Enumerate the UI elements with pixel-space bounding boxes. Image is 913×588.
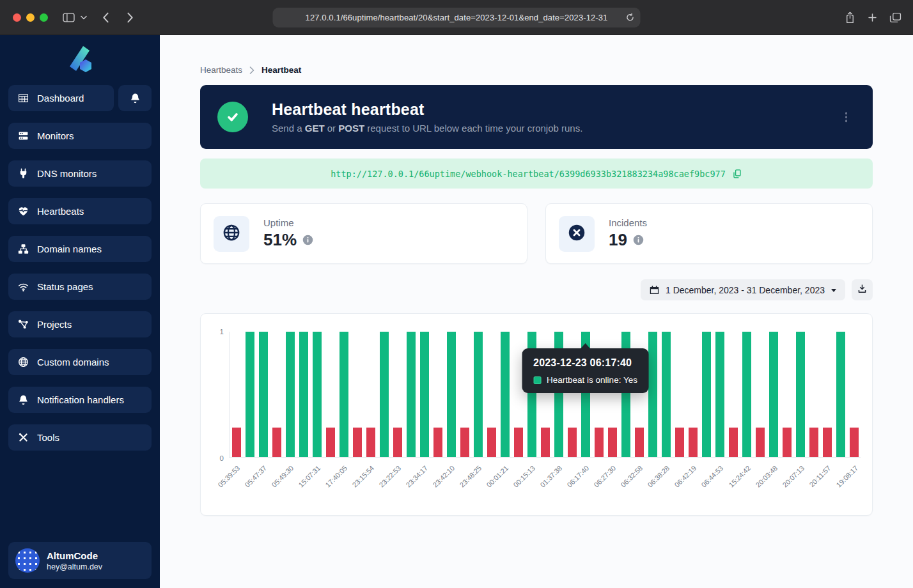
heartbeat-bar-offline[interactable] <box>366 428 375 457</box>
date-range-picker[interactable]: 1 December, 2023 - 31 December, 2023 <box>641 279 845 300</box>
heartbeat-bar-slot <box>243 332 256 457</box>
incidents-value: 19 <box>609 230 627 250</box>
heartbeat-bar-offline[interactable] <box>729 428 738 457</box>
heartbeat-bar-online[interactable] <box>501 332 510 457</box>
heartbeat-bar-offline[interactable] <box>756 428 765 457</box>
heartbeat-bar-offline[interactable] <box>541 428 550 457</box>
close-window-button[interactable] <box>13 13 21 22</box>
heartbeat-bar-online[interactable] <box>474 332 483 457</box>
heartbeat-bar-online[interactable] <box>339 332 348 457</box>
heartbeat-bar-offline[interactable] <box>635 428 644 457</box>
sidebar-item-heartbeats[interactable]: Heartbeats <box>8 198 152 224</box>
heartbeat-bar-online[interactable] <box>702 332 711 457</box>
forward-button[interactable] <box>127 0 134 35</box>
sidebar-item-tools[interactable]: Tools <box>8 424 152 451</box>
heartbeat-bar-offline[interactable] <box>232 428 241 457</box>
heartbeat-bar-offline[interactable] <box>568 428 577 457</box>
grid-icon <box>18 93 29 104</box>
heartbeat-bar-slot <box>444 332 458 457</box>
incidents-label: Incidents <box>609 217 647 228</box>
sidebar-item-monitors[interactable]: Monitors <box>8 123 152 149</box>
sidebar-item-label: Tools <box>37 432 59 443</box>
sidebar-item-projects[interactable]: Projects <box>8 311 152 337</box>
heartbeat-bar-online[interactable] <box>259 332 268 457</box>
heartbeat-bar-online[interactable] <box>769 332 778 457</box>
tab-overview-icon[interactable] <box>889 12 901 23</box>
heartbeat-bar-offline[interactable] <box>514 428 523 457</box>
heartbeat-bar-online[interactable] <box>286 332 295 457</box>
user-email: hey@altum.dev <box>47 562 102 571</box>
breadcrumb-heartbeats-link[interactable]: Heartbeats <box>200 65 242 75</box>
share-icon[interactable] <box>845 12 855 24</box>
server-icon <box>18 130 29 141</box>
heartbeat-bar-offline[interactable] <box>783 428 792 457</box>
heartbeat-bar-online[interactable] <box>246 332 254 457</box>
heartbeat-bar-online[interactable] <box>299 332 308 457</box>
webhook-url: http://127.0.0.1/66uptime/webhook-heartb… <box>331 169 726 179</box>
x-tick-label: 06:27:30 <box>593 464 618 489</box>
sitemap-icon <box>18 244 29 254</box>
avatar <box>15 548 40 573</box>
sidebar-item-domain-names[interactable]: Domain names <box>8 236 152 262</box>
address-bar[interactable]: 127.0.0.1/66uptime/heartbeat/20&start_da… <box>273 8 641 27</box>
heartbeat-bar-offline[interactable] <box>595 428 604 457</box>
heartbeat-bar-online[interactable] <box>313 332 322 457</box>
info-icon[interactable] <box>633 235 644 245</box>
sidebar-item-label: DNS monitors <box>37 168 97 179</box>
heartbeat-bar-slot <box>673 332 686 457</box>
heartbeat-bar-offline[interactable] <box>608 428 617 457</box>
heartbeat-bar-online[interactable] <box>648 332 657 457</box>
kebab-menu-button[interactable] <box>843 109 850 125</box>
heartbeat-bar-offline[interactable] <box>353 428 362 457</box>
heartbeat-bar-offline[interactable] <box>460 428 469 457</box>
sidebar-toggle-icon[interactable] <box>63 0 75 35</box>
zoom-window-button[interactable] <box>40 13 48 22</box>
heartbeat-bar-online[interactable] <box>715 332 724 457</box>
reload-icon[interactable] <box>626 13 635 22</box>
notifications-button[interactable] <box>118 85 152 111</box>
heartbeat-bar-offline[interactable] <box>393 428 402 457</box>
sidebar-item-status-pages[interactable]: Status pages <box>8 274 152 300</box>
breadcrumb: Heartbeats Heartbeat <box>200 65 873 75</box>
heartbeat-bar-online[interactable] <box>742 332 751 457</box>
minimize-window-button[interactable] <box>26 13 35 22</box>
back-button[interactable] <box>102 0 109 35</box>
new-tab-icon[interactable] <box>868 13 877 22</box>
y-tick-1: 1 <box>220 328 224 336</box>
heartbeat-bar-slot <box>820 332 834 457</box>
download-report-button[interactable] <box>852 279 873 300</box>
heartbeat-bar-slot <box>780 332 793 457</box>
heartbeat-bar-offline[interactable] <box>809 428 818 457</box>
heartbeat-bar-online[interactable] <box>420 332 429 457</box>
heartbeat-bar-offline[interactable] <box>433 428 442 457</box>
copy-icon[interactable] <box>732 169 742 179</box>
user-account-button[interactable]: AltumCode hey@altum.dev <box>8 542 152 579</box>
breadcrumb-current: Heartbeat <box>261 65 301 75</box>
heartbeat-bar-online[interactable] <box>407 332 416 457</box>
user-name: AltumCode <box>47 550 102 561</box>
heartbeat-bar-offline[interactable] <box>675 428 684 457</box>
x-tick-label: 06:17:40 <box>566 464 591 489</box>
heartbeat-bar-offline[interactable] <box>689 428 698 457</box>
heartbeat-bar-online[interactable] <box>662 332 671 457</box>
sidebar-item-dns-monitors[interactable]: DNS monitors <box>8 160 152 187</box>
sidebar-item-custom-domains[interactable]: Custom domains <box>8 349 152 375</box>
heartbeat-bar-online[interactable] <box>447 332 456 457</box>
heartbeat-bar-offline[interactable] <box>823 428 832 457</box>
sidebar-item-dashboard[interactable]: Dashboard <box>8 85 114 111</box>
heartbeat-bar-offline[interactable] <box>272 428 281 457</box>
chevron-down-icon[interactable] <box>81 0 87 35</box>
tooltip-arrow <box>580 343 590 349</box>
heartbeat-bar-offline[interactable] <box>326 428 335 457</box>
heartbeat-bar-slot <box>699 332 713 457</box>
heartbeat-bar-offline[interactable] <box>487 428 496 457</box>
heartbeat-bar-online[interactable] <box>796 332 805 457</box>
sidebar-item-notification-handlers[interactable]: Notification handlers <box>8 387 152 413</box>
info-icon[interactable] <box>302 235 313 245</box>
heartbeat-bar-offline[interactable] <box>850 428 859 457</box>
heartbeat-bar-slot <box>847 332 861 457</box>
x-tick-label: 23:22:53 <box>377 464 402 489</box>
heartbeat-bar-online[interactable] <box>380 332 389 457</box>
heartbeat-bar-slot <box>310 332 324 457</box>
heartbeat-bar-online[interactable] <box>836 332 845 457</box>
